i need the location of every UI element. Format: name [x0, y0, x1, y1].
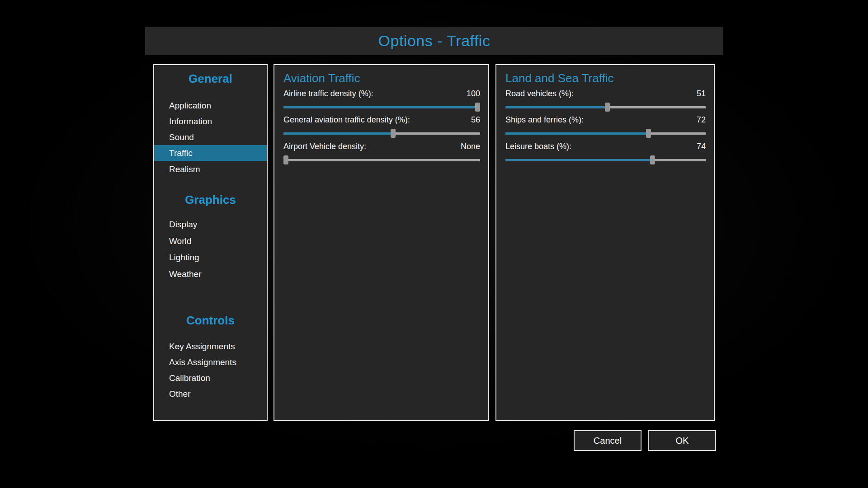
general-aviation-density-row: General aviation traffic density (%): 56 [283, 115, 480, 138]
dialog-title: Options - Traffic [378, 32, 491, 50]
leisure-boats-row: Leisure boats (%): 74 [505, 141, 706, 164]
ok-button[interactable]: OK [648, 430, 716, 451]
slider-fill [505, 132, 648, 135]
sidebar-nav-panel: General Application Information Sound Tr… [153, 64, 268, 421]
road-vehicles-slider[interactable] [505, 103, 706, 112]
ships-ferries-slider[interactable] [505, 129, 706, 138]
general-aviation-density-value: 56 [471, 115, 480, 125]
airline-traffic-density-value: 100 [467, 89, 480, 99]
airport-vehicle-density-label: Airport Vehicle density: [283, 141, 366, 151]
airline-traffic-density-row: Airline traffic density (%): 100 [283, 89, 480, 112]
sidebar-section-heading-general: General [154, 70, 267, 87]
cancel-button[interactable]: Cancel [574, 430, 642, 451]
slider-thumb[interactable] [650, 155, 655, 164]
sidebar-item-other[interactable]: Other [154, 386, 267, 402]
sidebar-item-axis-assignments[interactable]: Axis Assignments [154, 354, 267, 370]
sidebar-item-key-assignments[interactable]: Key Assignments [154, 338, 267, 354]
sidebar-item-traffic[interactable]: Traffic [154, 145, 267, 161]
general-aviation-density-slider[interactable] [283, 129, 480, 138]
aviation-traffic-panel: Aviation Traffic Airline traffic density… [274, 64, 489, 421]
sidebar-item-information[interactable]: Information [154, 113, 267, 129]
sidebar-item-sound[interactable]: Sound [154, 129, 267, 145]
sidebar-item-realism[interactable]: Realism [154, 161, 267, 177]
sidebar-item-display[interactable]: Display [154, 216, 267, 232]
airport-vehicle-density-value: None [461, 141, 480, 151]
airport-vehicle-density-slider[interactable] [283, 155, 480, 164]
road-vehicles-label: Road vehicles (%): [505, 89, 574, 99]
sidebar-item-lighting[interactable]: Lighting [154, 249, 267, 265]
sidebar-item-weather[interactable]: Weather [154, 266, 267, 282]
slider-fill [283, 132, 393, 135]
ships-ferries-value: 72 [697, 115, 706, 125]
dialog-titlebar: Options - Traffic [145, 27, 723, 55]
slider-thumb[interactable] [605, 103, 610, 112]
road-vehicles-value: 51 [697, 89, 706, 99]
airline-traffic-density-slider[interactable] [283, 103, 480, 112]
sidebar-item-world[interactable]: World [154, 233, 267, 249]
leisure-boats-slider[interactable] [505, 155, 706, 164]
airline-traffic-density-label: Airline traffic density (%): [283, 89, 373, 99]
road-vehicles-row: Road vehicles (%): 51 [505, 89, 706, 112]
slider-fill [283, 106, 477, 108]
general-aviation-density-label: General aviation traffic density (%): [283, 115, 410, 125]
leisure-boats-value: 74 [697, 141, 706, 151]
sidebar-section-heading-controls: Controls [154, 312, 267, 328]
sidebar-section-heading-graphics: Graphics [154, 192, 267, 208]
slider-track[interactable] [283, 159, 480, 161]
slider-thumb[interactable] [646, 129, 651, 138]
land-sea-traffic-heading: Land and Sea Traffic [505, 70, 613, 86]
options-dialog: Options - Traffic General Application In… [0, 0, 868, 488]
sidebar-item-application[interactable]: Application [154, 98, 267, 113]
slider-fill [505, 106, 607, 108]
airport-vehicle-density-row: Airport Vehicle density: None [283, 141, 480, 164]
land-sea-traffic-panel: Land and Sea Traffic Road vehicles (%): … [495, 64, 715, 421]
sidebar-item-calibration[interactable]: Calibration [154, 370, 267, 386]
aviation-traffic-heading: Aviation Traffic [283, 70, 360, 86]
slider-thumb[interactable] [391, 129, 396, 138]
slider-thumb[interactable] [475, 103, 480, 112]
leisure-boats-label: Leisure boats (%): [505, 141, 571, 151]
slider-thumb[interactable] [283, 155, 288, 164]
ships-ferries-row: Ships and ferries (%): 72 [505, 115, 706, 138]
ships-ferries-label: Ships and ferries (%): [505, 115, 584, 125]
slider-fill [505, 159, 652, 161]
